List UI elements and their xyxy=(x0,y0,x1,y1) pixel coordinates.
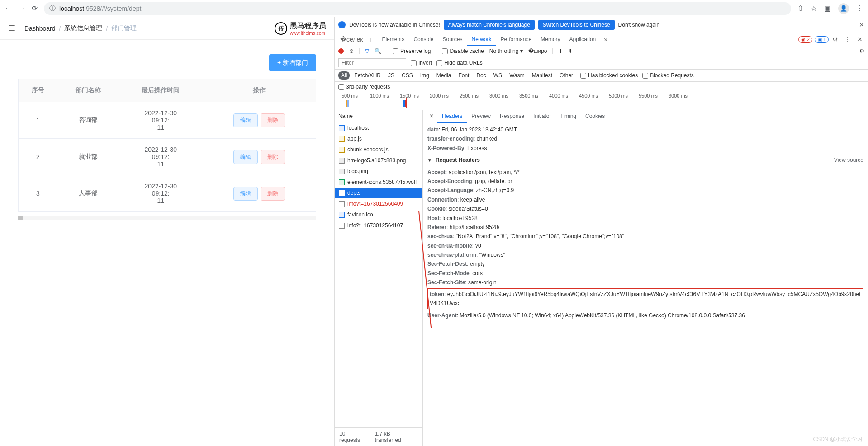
network-settings-icon[interactable]: ⚙ xyxy=(859,48,864,54)
network-timeline[interactable]: 500 ms1000 ms1500 ms2000 ms2500 ms3000 m… xyxy=(335,92,868,110)
devtools-tab-performance[interactable]: Performance xyxy=(496,33,536,45)
request-header: Sec-Fetch-Mode: cors xyxy=(427,269,863,278)
request-item[interactable]: favicon.ico xyxy=(335,209,422,220)
extensions-icon[interactable]: ▣ xyxy=(824,4,831,13)
request-detail: ✕ HeadersPreviewResponseInitiatorTimingC… xyxy=(423,110,868,446)
crumb-dashboard[interactable]: Dashboard xyxy=(24,25,56,32)
filter-tab[interactable]: Other xyxy=(557,71,576,80)
third-party-checkbox[interactable]: 3rd-party requests xyxy=(338,84,864,90)
bookmark-icon[interactable]: ☆ xyxy=(811,4,817,13)
edit-button[interactable]: 编辑 xyxy=(233,150,258,164)
error-badge[interactable]: ◉ 2 xyxy=(798,36,812,43)
request-item[interactable]: depts xyxy=(335,188,422,198)
share-icon[interactable]: ⇧ xyxy=(797,4,803,13)
search-icon[interactable]: 🔍 xyxy=(375,48,381,54)
dont-show-link[interactable]: Don't show again xyxy=(618,22,660,28)
clear-icon[interactable]: ⊘ xyxy=(349,48,354,54)
devtools-tab-elements[interactable]: Elements xyxy=(377,33,409,45)
reload-icon[interactable]: ⟳ xyxy=(32,4,38,13)
filter-tab[interactable]: WS xyxy=(491,71,505,80)
download-icon[interactable]: ⬇ xyxy=(568,48,573,54)
blocked-requests-checkbox[interactable]: Blocked Requests xyxy=(642,72,694,79)
disable-cache-checkbox[interactable]: Disable cache xyxy=(442,48,484,54)
crumb-system[interactable]: 系统信息管理 xyxy=(64,24,102,33)
request-list-header: Name xyxy=(335,110,422,122)
filter-tab[interactable]: Wasm xyxy=(507,71,527,80)
more-tabs-icon[interactable]: » xyxy=(601,33,610,46)
horizontal-scrollbar[interactable] xyxy=(18,216,316,220)
dock-icon[interactable]: ⋮ xyxy=(842,33,854,46)
filter-tab[interactable]: Doc xyxy=(474,71,489,80)
request-item[interactable]: hm-logo5.a107c883.png xyxy=(335,155,422,166)
menu-icon[interactable]: ⋮ xyxy=(856,4,863,13)
devtools-tab-application[interactable]: Application xyxy=(565,33,601,45)
filter-tab[interactable]: Img xyxy=(417,71,432,80)
edit-button[interactable]: 编辑 xyxy=(233,187,258,201)
detail-tab-cookies[interactable]: Cookies xyxy=(581,110,609,122)
filter-tab[interactable]: Font xyxy=(455,71,472,80)
filter-icon[interactable]: ▽ xyxy=(365,48,369,54)
settings-icon[interactable]: ⚙ xyxy=(830,33,841,46)
view-source-link[interactable]: View source xyxy=(834,155,863,164)
devtools-tab-console[interactable]: Console xyxy=(409,33,438,45)
request-item[interactable]: info?t=1673012564107 xyxy=(335,220,422,231)
preserve-log-checkbox[interactable]: Preserve log xyxy=(393,48,431,54)
filter-tab[interactable]: Fetch/XHR xyxy=(351,71,384,80)
filter-tab[interactable]: Media xyxy=(434,71,454,80)
file-icon xyxy=(339,147,345,153)
message-badge[interactable]: ▣ 1 xyxy=(815,36,829,43)
filter-tab[interactable]: CSS xyxy=(399,71,416,80)
inspect-icon[interactable]: �селек xyxy=(337,33,365,46)
headers-panel[interactable]: date: Fri, 06 Jan 2023 13:42:40 GMTtrans… xyxy=(423,122,868,446)
upload-icon[interactable]: ⬆ xyxy=(558,48,563,54)
add-dept-button[interactable]: + 新增部门 xyxy=(269,54,316,71)
filter-tab[interactable]: JS xyxy=(385,71,397,80)
match-language-button[interactable]: Always match Chrome's language xyxy=(444,20,535,30)
wifi-icon[interactable]: �широ xyxy=(528,48,547,54)
request-item[interactable]: chunk-vendors.js xyxy=(335,144,422,155)
request-item[interactable]: localhost xyxy=(335,122,422,133)
forward-icon[interactable]: → xyxy=(18,5,25,13)
delete-button[interactable]: 删除 xyxy=(261,113,285,127)
devtools-tab-memory[interactable]: Memory xyxy=(536,33,564,45)
invert-checkbox[interactable]: Invert xyxy=(411,60,432,66)
address-bar[interactable]: ⓘ localhost:9528/#/system/dept xyxy=(44,2,791,15)
filter-tab[interactable]: All xyxy=(338,71,350,80)
request-item[interactable]: element-icons.535877f5.woff xyxy=(335,177,422,188)
filter-tab[interactable]: Manifest xyxy=(529,71,555,80)
back-icon[interactable]: ← xyxy=(5,5,12,13)
devtools-tab-network[interactable]: Network xyxy=(467,33,496,46)
banner-close-icon[interactable]: ✕ xyxy=(859,21,864,28)
devtools-tabs: �селек ⫿ ElementsConsoleSourcesNetworkPe… xyxy=(335,33,868,46)
close-devtools-icon[interactable]: ✕ xyxy=(854,33,865,46)
device-icon[interactable]: ⫿ xyxy=(366,33,375,46)
delete-button[interactable]: 删除 xyxy=(261,187,285,201)
close-detail-icon[interactable]: ✕ xyxy=(426,110,437,122)
detail-tab-timing[interactable]: Timing xyxy=(555,110,581,122)
detail-tab-preview[interactable]: Preview xyxy=(467,110,495,122)
edit-button[interactable]: 编辑 xyxy=(233,113,258,127)
blocked-cookies-checkbox[interactable]: Has blocked cookies xyxy=(580,72,638,79)
detail-tab-initiator[interactable]: Initiator xyxy=(529,110,555,122)
detail-tab-response[interactable]: Response xyxy=(495,110,529,122)
file-icon xyxy=(339,201,345,207)
menu-toggle-icon[interactable]: ☰ xyxy=(8,23,15,33)
request-headers-section[interactable]: ▼ Request Headers View source xyxy=(427,155,863,164)
detail-tab-headers[interactable]: Headers xyxy=(437,110,467,123)
hide-data-urls-checkbox[interactable]: Hide data URLs xyxy=(436,60,483,66)
throttling-select[interactable]: No throttling ▾ xyxy=(489,48,523,54)
filter-input[interactable] xyxy=(338,58,406,67)
delete-button[interactable]: 删除 xyxy=(261,150,285,164)
profile-avatar[interactable]: 👤 xyxy=(838,3,849,14)
request-item[interactable]: info?t=1673012560409 xyxy=(335,198,422,209)
request-item[interactable]: logo.png xyxy=(335,166,422,177)
devtools-tab-sources[interactable]: Sources xyxy=(438,33,467,45)
url-text: localhost:9528/#/system/dept xyxy=(59,5,141,12)
request-item[interactable]: app.js xyxy=(335,133,422,144)
request-header: sec-ch-ua-mobile: ?0 xyxy=(427,241,863,250)
file-icon xyxy=(339,212,345,218)
record-icon[interactable] xyxy=(338,48,344,54)
app-content: + 新增部门 序号部门名称最后操作时间操作 1咨询部2022-12-3009:1… xyxy=(0,40,334,446)
file-icon xyxy=(339,190,345,196)
switch-language-button[interactable]: Switch DevTools to Chinese xyxy=(538,20,615,30)
